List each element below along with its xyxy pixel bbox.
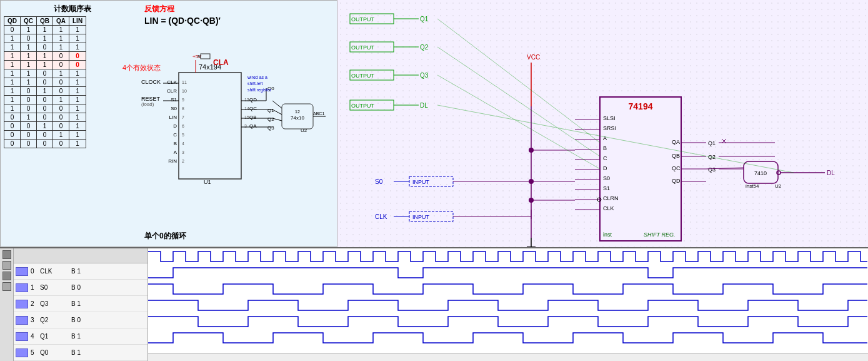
waveform-value-1: B 0 xyxy=(71,284,81,291)
waveform-name-4: Q1 xyxy=(40,333,65,340)
svg-text:inst54: inst54 xyxy=(746,183,759,189)
svg-text:CLK: CLK xyxy=(375,213,387,220)
svg-text:OUTPUT: OUTPUT xyxy=(351,73,375,79)
svg-text:shift register: shift register xyxy=(247,88,272,93)
svg-text:CLRN: CLRN xyxy=(603,195,619,201)
svg-text:2: 2 xyxy=(182,159,184,163)
waveform-row-2: 2Q3B 1 xyxy=(14,296,147,312)
svg-text:5: 5 xyxy=(182,133,184,137)
svg-text:CLOCK: CLOCK xyxy=(141,79,161,85)
svg-text:12: 12 xyxy=(295,109,300,114)
svg-text:DL: DL xyxy=(420,102,428,109)
svg-text:C: C xyxy=(603,155,607,161)
svg-text:QA: QA xyxy=(672,139,680,145)
col-qb: QB xyxy=(37,17,53,26)
side-icon-1[interactable] xyxy=(2,250,11,259)
svg-text:6: 6 xyxy=(182,124,184,128)
waveform-value-2: B 1 xyxy=(71,300,81,307)
svg-text:shift-left: shift-left xyxy=(247,81,263,86)
svg-text:S0: S0 xyxy=(603,175,610,181)
waveform-name-1: S0 xyxy=(40,284,65,291)
svg-text:DL: DL xyxy=(827,170,835,176)
svg-text:QA: QA xyxy=(249,123,257,129)
svg-text:OUTPUT: OUTPUT xyxy=(351,16,375,23)
svg-text:CLA: CLA xyxy=(213,58,229,67)
svg-text:8: 8 xyxy=(182,106,184,111)
side-icons-strip xyxy=(0,248,14,361)
svg-text:B: B xyxy=(603,145,607,151)
svg-text:SRSI: SRSI xyxy=(603,125,616,131)
svg-text:S0: S0 xyxy=(171,106,177,111)
waveform-num-1: 1 xyxy=(31,284,40,291)
svg-text:10: 10 xyxy=(182,89,187,93)
svg-text:7410: 7410 xyxy=(754,170,767,176)
svg-text:(load): (load) xyxy=(141,101,154,107)
svg-text:S0: S0 xyxy=(375,178,383,185)
svg-text:C: C xyxy=(173,132,177,138)
svg-text:U2: U2 xyxy=(775,183,782,189)
waveform-num-3: 3 xyxy=(31,317,40,323)
svg-text:15: 15 xyxy=(244,115,249,119)
svg-text:LIN: LIN xyxy=(169,114,177,120)
svg-text:Q3: Q3 xyxy=(420,72,429,79)
waveform-icon-5 xyxy=(16,348,28,357)
svg-text:OUTPUT: OUTPUT xyxy=(351,103,375,109)
side-icon-4[interactable] xyxy=(2,282,11,291)
svg-text:INPUT: INPUT xyxy=(412,179,430,185)
svg-text:D: D xyxy=(603,165,607,171)
svg-text:wired as a: wired as a xyxy=(247,75,267,79)
svg-text:CLK: CLK xyxy=(603,205,614,211)
circuit-svg: OUTPUT Q1 OUTPUT Q2 OUTPUT Q3 OUTPUT DL … xyxy=(337,0,868,247)
side-icon-3[interactable] xyxy=(2,272,11,280)
svg-text:3: 3 xyxy=(244,124,247,128)
waveform-name-0: CLK xyxy=(40,268,65,275)
svg-text:QD: QD xyxy=(249,97,257,103)
waveform-num-4: 4 xyxy=(31,333,40,340)
left-panel: 计数顺序表 QD QC QB QA LIN 011111011111011111… xyxy=(0,0,337,247)
waveform-canvas xyxy=(148,248,868,347)
feedback-area: 反馈方程 LIN = (QD·QC·QB)′ xyxy=(144,4,334,26)
waveform-num-0: 0 xyxy=(31,268,40,275)
svg-text:B: B xyxy=(174,141,177,146)
waveform-name-3: Q2 xyxy=(40,317,65,323)
svg-text:A: A xyxy=(603,135,607,141)
svg-text:QD: QD xyxy=(672,178,681,184)
ic-circuit-svg: 74x194 CLK CLR S1 S0 LIN D C B A RIN 11 … xyxy=(141,48,326,204)
svg-rect-0 xyxy=(179,73,241,179)
svg-text:4: 4 xyxy=(182,141,184,146)
svg-text:3: 3 xyxy=(182,150,184,155)
svg-text:S1: S1 xyxy=(603,185,610,191)
bottom-panel: 0CLKB 11S0B 02Q3B 13Q2B 04Q1B 15Q0B 16DL… xyxy=(0,247,868,361)
svg-text:13: 13 xyxy=(244,98,249,102)
svg-text:INPUT: INPUT xyxy=(412,214,430,220)
svg-text:U1: U1 xyxy=(204,179,211,185)
svg-text:QB: QB xyxy=(249,114,257,120)
svg-rect-51 xyxy=(201,54,210,59)
waveform-row-5: 5Q0B 1 xyxy=(14,345,147,361)
svg-text:Q3: Q3 xyxy=(267,125,274,131)
feedback-eq: LIN = (QD·QC·QB)′ xyxy=(144,16,334,26)
waveform-signal-list: 0CLKB 11S0B 02Q3B 13Q2B 04Q1B 15Q0B 16DL… xyxy=(14,248,148,361)
waveform-value-0: B 1 xyxy=(71,268,81,275)
waveform-name-5: Q0 xyxy=(40,349,65,356)
svg-text:CLR: CLR xyxy=(167,88,177,94)
svg-text:Q2: Q2 xyxy=(420,44,429,51)
waveform-scrollbar[interactable] xyxy=(148,353,868,361)
svg-text:QC: QC xyxy=(672,165,681,171)
feedback-title: 反馈方程 xyxy=(144,4,334,14)
side-icon-2[interactable] xyxy=(2,261,11,270)
svg-text:7: 7 xyxy=(182,115,184,119)
svg-text:QB: QB xyxy=(672,153,680,159)
svg-line-155 xyxy=(437,47,600,156)
truth-table-area: 计数顺序表 QD QC QB QA LIN 011111011111011111… xyxy=(4,4,141,148)
svg-text:SLSI: SLSI xyxy=(603,115,616,121)
waveform-num-5: 5 xyxy=(31,349,40,356)
waveform-name-2: Q3 xyxy=(40,300,65,307)
col-qa: QA xyxy=(53,17,69,26)
svg-text:RIN: RIN xyxy=(168,158,177,164)
svg-text:inst: inst xyxy=(603,231,612,238)
truth-table-title: 计数顺序表 xyxy=(4,4,141,14)
waveform-row-3: 3Q2B 0 xyxy=(14,312,147,328)
waveform-icon-3 xyxy=(16,316,28,325)
waveform-display xyxy=(148,248,868,361)
